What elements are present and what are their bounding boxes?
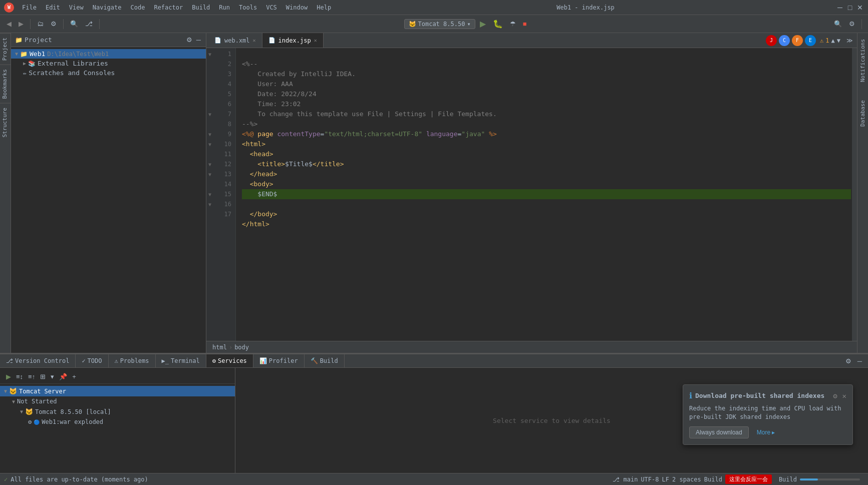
gutter-fold-12[interactable]: ▼ — [206, 159, 213, 169]
vtab-structure[interactable]: Structure — [0, 103, 11, 142]
jetbrains-browser-icon[interactable]: J — [766, 35, 777, 46]
popup-always-download-btn[interactable]: Always download — [689, 426, 749, 438]
close-button[interactable]: ✕ — [856, 4, 864, 12]
menu-build[interactable]: Build — [188, 3, 214, 12]
gutter-fold-16[interactable]: ▼ — [206, 199, 213, 209]
scratches-item[interactable]: ✏ Scratches and Consoles — [11, 68, 206, 78]
external-libs-item[interactable]: ▶ 📚 External Libraries — [11, 59, 206, 68]
bottom-tab-profiler[interactable]: 📊 Profiler — [253, 354, 305, 367]
vtab-notifications[interactable]: Notifications — [858, 35, 867, 86]
tab-index-jsp[interactable]: 📄 index.jsp ✕ — [262, 33, 324, 48]
services-detail-text: Select service to view details — [493, 417, 611, 424]
menu-refactor[interactable]: Refactor — [150, 3, 187, 12]
bottom-tab-todo[interactable]: ✓ TODO — [76, 354, 108, 367]
gutter-fold-15[interactable]: ▼ — [206, 189, 213, 199]
svc-tomcat-icon-2: 🐱 — [25, 408, 33, 415]
chrome-icon[interactable]: C — [779, 35, 790, 46]
line-numbers: 1 2 3 4 5 6 7 8 9 10 11 12 13 14 15 16 1 — [213, 48, 236, 341]
project-structure-button[interactable]: 🗂 — [35, 19, 46, 29]
run-config-selector[interactable]: 🐱 Tomcat 8.5.50 ▾ — [404, 19, 475, 29]
vtab-bookmarks[interactable]: Bookmarks — [0, 65, 11, 103]
scroll-up-icon[interactable]: ▲ — [831, 37, 835, 44]
svc-add-btn[interactable]: + — [70, 372, 78, 381]
popup-title-text: Download pre-built shared indexes — [695, 392, 830, 399]
menu-bar: File Edit View Navigate Code Refactor Bu… — [18, 3, 335, 12]
popup-settings-icon[interactable]: ⚙ — [833, 392, 837, 400]
forward-button[interactable]: ▶ — [16, 19, 26, 29]
svc-group-btn[interactable]: ⊞ — [38, 372, 48, 381]
bottom-tab-services[interactable]: ⚙ Services — [206, 354, 253, 367]
gutter-fold-1[interactable]: ▼ — [206, 49, 213, 59]
settings-button[interactable]: ⚙ — [48, 19, 59, 29]
editor-scrollbar[interactable] — [852, 48, 857, 341]
scroll-down-icon[interactable]: ▼ — [837, 37, 840, 44]
code-content-area[interactable]: <%-- Created by IntelliJ IDEA. User: AAA… — [236, 48, 857, 341]
breadcrumb-html[interactable]: html — [212, 344, 227, 351]
services-minimize-btn[interactable]: ─ — [855, 356, 864, 366]
popup-more-btn[interactable]: More ▸ — [753, 426, 779, 438]
encoding-label[interactable]: UTF-8 — [641, 476, 659, 483]
menu-vcs[interactable]: VCS — [262, 3, 281, 12]
git-button[interactable]: ⎇ — [83, 19, 95, 29]
popup-close-btn[interactable]: ✕ — [842, 392, 846, 400]
svc-run-btn[interactable]: ▶ — [4, 372, 13, 381]
bottom-tab-version-control[interactable]: ⎇ Version Control — [0, 354, 76, 367]
minimize-button[interactable]: ─ — [836, 4, 844, 12]
indent-label[interactable]: 2 spaces — [672, 476, 701, 483]
line-sep-label[interactable]: LF — [662, 476, 669, 483]
svc-pin-btn[interactable]: 📌 — [57, 372, 69, 381]
project-settings-button[interactable]: ⚙ — [185, 35, 193, 45]
line-num-8: 8 — [213, 119, 235, 129]
firefox-icon[interactable]: F — [792, 35, 803, 46]
tab-web-xml[interactable]: 📄 web.xml ✕ — [208, 33, 262, 48]
svc-expand-icon-2: ▼ — [12, 399, 15, 404]
settings-gear-button[interactable]: ⚙ — [846, 19, 857, 29]
bottom-tab-problems[interactable]: ⚠ Problems — [109, 354, 156, 367]
menu-navigate[interactable]: Navigate — [89, 3, 126, 12]
project-minimize-button[interactable]: ─ — [195, 35, 202, 45]
web-xml-close-btn[interactable]: ✕ — [253, 38, 256, 43]
gutter-fold-9[interactable]: ▼ — [206, 129, 213, 139]
menu-tools[interactable]: Tools — [235, 3, 261, 12]
svc-tomcat-local-item[interactable]: ▼ 🐱 Tomcat 8.5.50 [local] — [0, 406, 235, 417]
svc-not-started-item[interactable]: ▼ Not Started — [0, 396, 235, 406]
menu-edit[interactable]: Edit — [42, 3, 64, 12]
gutter-fold-10[interactable]: ▼ — [206, 139, 213, 149]
menu-code[interactable]: Code — [127, 3, 149, 12]
svc-expand-icon-1: ▼ — [4, 388, 7, 394]
menu-help[interactable]: Help — [313, 3, 335, 12]
stop-button[interactable]: ■ — [520, 19, 529, 29]
menu-window[interactable]: Window — [282, 3, 312, 12]
svc-tomcat-local-label: Tomcat 8.5.50 [local] — [35, 408, 111, 415]
services-settings-btn[interactable]: ⚙ — [843, 356, 853, 366]
run-coverage-button[interactable]: ☂ — [507, 19, 518, 29]
back-button[interactable]: ◀ — [4, 19, 14, 29]
maximize-button[interactable]: □ — [846, 4, 854, 12]
gutter-fold-13[interactable]: ▼ — [206, 169, 213, 179]
csdn-button[interactable]: 这里会反应一会 — [725, 474, 772, 484]
menu-file[interactable]: File — [18, 3, 41, 12]
bottom-tab-build[interactable]: 🔨 Build — [305, 354, 345, 367]
breadcrumb-body[interactable]: body — [234, 344, 249, 351]
vtab-database[interactable]: Database — [858, 96, 867, 131]
gutter-fold-7[interactable]: ▼ — [206, 109, 213, 119]
svc-expand-all-btn[interactable]: ≡↕ — [14, 372, 25, 381]
project-root-item[interactable]: ▼ 📁 Web1 D:\Idea\Test\Web1 — [11, 49, 206, 59]
search-button[interactable]: 🔍 — [831, 19, 844, 29]
tab-more-button[interactable]: ≫ — [844, 35, 855, 46]
search-everywhere-button[interactable]: 🔍 — [68, 19, 81, 29]
menu-view[interactable]: View — [65, 3, 88, 12]
menu-run[interactable]: Run — [215, 3, 234, 12]
run-button[interactable]: ▶ — [477, 18, 488, 30]
debug-button[interactable]: 🐛 — [490, 18, 505, 30]
svc-war-item[interactable]: ⚙ 🔵 Web1:war exploded — [0, 417, 235, 427]
svc-collapse-btn[interactable]: ≡↑ — [26, 372, 37, 381]
edge-icon[interactable]: E — [805, 35, 816, 46]
index-jsp-close-btn[interactable]: ✕ — [314, 38, 317, 43]
git-branch[interactable]: ⎇ main — [613, 476, 638, 483]
svc-filter-btn[interactable]: ▾ — [49, 372, 56, 381]
svc-tomcat-server-item[interactable]: ▼ 🐱 Tomcat Server — [0, 386, 235, 396]
code-line-1: <%-- — [242, 60, 257, 68]
bottom-tab-terminal[interactable]: ▶_ Terminal — [156, 354, 206, 367]
vtab-project[interactable]: Project — [0, 33, 11, 65]
